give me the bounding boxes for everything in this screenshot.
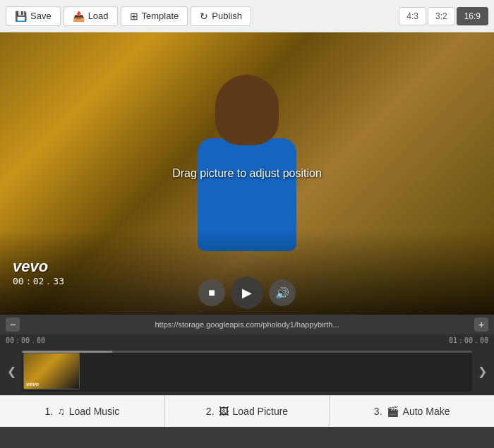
- play-icon: ▶: [242, 285, 252, 301]
- vevo-logo: vevo: [13, 258, 48, 276]
- load-music-button[interactable]: 1. ♫ Load Music: [0, 396, 165, 427]
- load-picture-label: Load Picture: [233, 406, 289, 417]
- stop-icon: ■: [208, 286, 215, 299]
- ratio-3-2-button[interactable]: 3:2: [428, 7, 455, 25]
- template-button[interactable]: ⊞ Template: [121, 6, 188, 26]
- picture-icon: 🖼: [219, 406, 229, 417]
- load-label: Load: [88, 11, 109, 21]
- load-music-num: 1.: [44, 406, 53, 417]
- bottom-buttons: 1. ♫ Load Music 2. 🖼 Load Picture 3. 🎬 A…: [0, 395, 494, 427]
- timeline-progress-bar: [22, 351, 472, 353]
- video-timecode: 00：02．33: [13, 275, 64, 288]
- volume-button[interactable]: 🔊: [269, 279, 296, 306]
- timeline-url: https://storage.googleapis.com/pholody1/…: [24, 320, 470, 329]
- publish-label: Publish: [212, 11, 242, 21]
- ratio-group: 4:3 3:2 16:9: [399, 7, 488, 25]
- timeline-content[interactable]: vevo: [22, 351, 472, 392]
- template-label: Template: [142, 11, 179, 21]
- stop-button[interactable]: ■: [198, 279, 225, 306]
- load-music-label: Load Music: [69, 406, 120, 417]
- toolbar: 💾 Save 📤 Load ⊞ Template ↻ Publish 4:3 3…: [0, 0, 494, 32]
- timeline-header: − https://storage.googleapis.com/pholody…: [0, 315, 494, 334]
- playback-controls: ■ ▶ 🔊: [198, 277, 296, 309]
- auto-make-button[interactable]: 3. 🎬 Auto Make: [330, 396, 494, 427]
- save-icon: 💾: [15, 11, 27, 22]
- auto-make-icon: 🎬: [387, 406, 399, 417]
- save-button[interactable]: 💾 Save: [6, 6, 61, 26]
- thumbnail-vevo-label: vevo: [26, 381, 39, 387]
- timeline-thumbnail: vevo: [23, 353, 80, 389]
- video-area: Drag picture to adjust position vevo 00：…: [0, 32, 494, 315]
- auto-make-num: 3.: [374, 406, 382, 417]
- timeline-area: − https://storage.googleapis.com/pholody…: [0, 315, 494, 395]
- plus-icon: +: [478, 319, 484, 330]
- music-note-icon: ♫: [57, 406, 65, 417]
- ratio-4-3-button[interactable]: 4:3: [399, 7, 426, 25]
- timeline-scroll-left-button[interactable]: ❮: [4, 365, 19, 378]
- timeline-start-time: 00：00．00: [6, 336, 45, 346]
- publish-button[interactable]: ↻ Publish: [191, 6, 251, 26]
- save-label: Save: [30, 11, 52, 21]
- load-button[interactable]: 📤 Load: [64, 6, 118, 26]
- timeline-scroll-right-button[interactable]: ❯: [475, 365, 490, 378]
- ratio-16-9-button[interactable]: 16:9: [457, 7, 488, 25]
- load-picture-num: 2.: [206, 406, 215, 417]
- load-picture-button[interactable]: 2. 🖼 Load Picture: [165, 396, 330, 427]
- timeline-times: 00：00．00 01：00．00: [0, 334, 494, 347]
- publish-icon: ↻: [200, 11, 208, 22]
- timeline-end-time: 01：00．00: [449, 336, 488, 346]
- timeline-zoom-in-button[interactable]: +: [474, 317, 488, 332]
- auto-make-label: Auto Make: [403, 406, 450, 417]
- timeline-zoom-out-button[interactable]: −: [6, 317, 20, 332]
- load-icon: 📤: [73, 11, 85, 22]
- template-icon: ⊞: [130, 11, 138, 22]
- timeline-track: ❮ vevo ❯: [0, 347, 494, 395]
- figure-head: [215, 75, 279, 145]
- minus-icon: −: [10, 319, 16, 330]
- play-button[interactable]: ▶: [231, 277, 263, 309]
- volume-icon: 🔊: [275, 286, 289, 300]
